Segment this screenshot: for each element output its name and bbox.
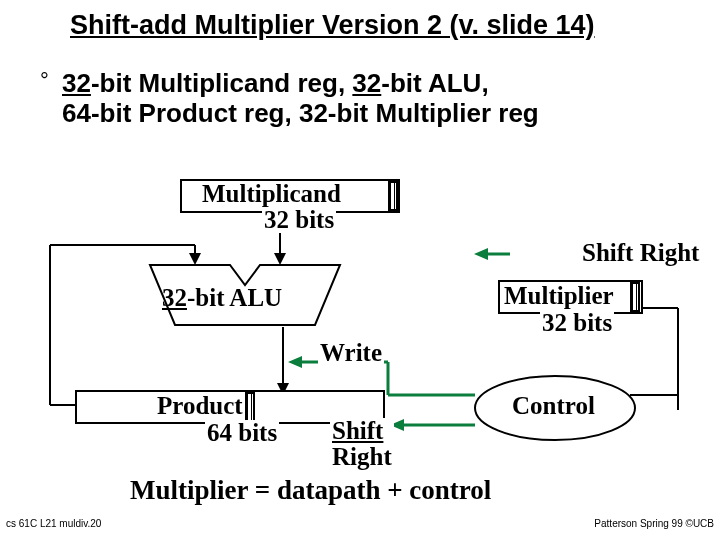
footer-right: Patterson Spring 99 ©UCB <box>594 518 714 529</box>
control-shape <box>0 165 720 505</box>
control-label: Control <box>510 393 597 419</box>
bullet-line2: 64-bit Product reg, 32-bit Multiplier re… <box>62 98 539 129</box>
bullet-mark: ° <box>40 68 49 94</box>
equation: Multiplier = datapath + control <box>130 475 491 506</box>
footer-left: cs 61C L21 muldiv.20 <box>6 518 101 529</box>
bullet-line1: 32-bit Multiplicand reg, 32-bit ALU, <box>62 68 489 99</box>
diagram-stage: Multiplicand 32 bits 32-bit ALU Write Pr… <box>0 165 720 495</box>
slide-title: Shift-add Multiplier Version 2 (v. slide… <box>70 10 595 41</box>
